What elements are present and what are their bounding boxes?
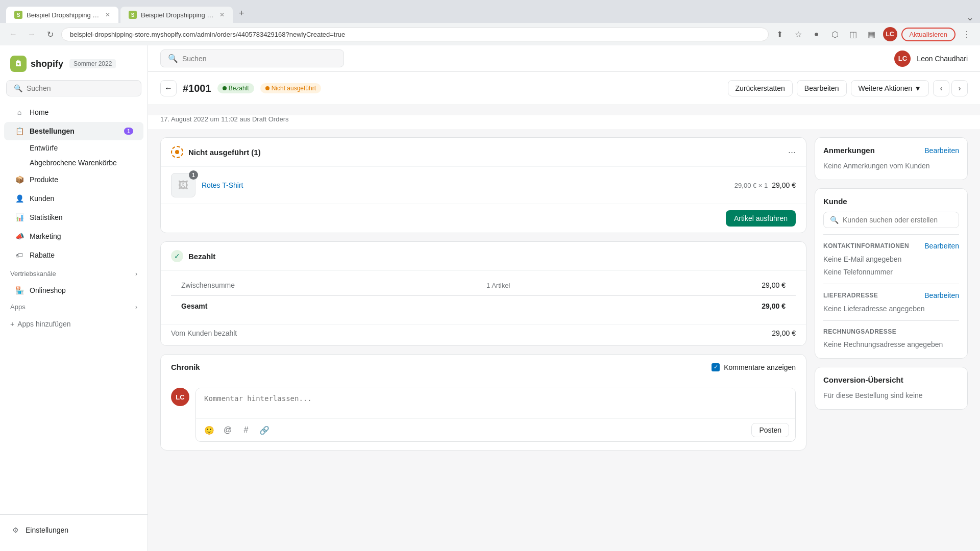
back-button[interactable]: ← [160, 80, 177, 96]
mention-icon[interactable]: @ [220, 423, 235, 437]
search-input[interactable] [27, 84, 134, 92]
sidebar-footer: ⚙ Einstellungen [0, 514, 148, 545]
fulfill-button[interactable]: Artikel ausführen [726, 210, 796, 227]
billing-empty-text: Keine Rechnungsadresse angegeben [823, 339, 959, 350]
discounts-icon: 🏷 [14, 250, 24, 260]
new-tab-button[interactable]: + [235, 4, 249, 23]
sidebar-item-online-shop[interactable]: 🏪 Onlineshop [4, 281, 143, 299]
reload-button[interactable]: ↻ [43, 27, 57, 41]
customer-card: Kunde 🔍 KONTAKTINFORMATIONEN Bearbeiten … [815, 188, 968, 359]
page-header: ← #1001 Bezahlt Nicht ausgeführt Zurücke… [148, 72, 980, 105]
vertriebskanaele-label: Vertriebskanäle [10, 270, 56, 278]
hashtag-icon[interactable]: # [239, 423, 253, 437]
sidebar-item-customers[interactable]: 👤 Kunden [4, 189, 143, 208]
fulfillment-more-icon[interactable]: ··· [788, 147, 796, 158]
sidebar-item-abandoned[interactable]: Abgebrochene Warenkörbe [4, 156, 143, 170]
opera-icon[interactable]: ● [810, 27, 824, 41]
search-icon: 🔍 [14, 84, 22, 92]
customer-search-box[interactable]: 🔍 [823, 212, 959, 228]
notes-title: Anmerkungen [823, 146, 875, 155]
subtotal-value: 29,00 € [762, 281, 786, 289]
customer-paid-row: Vom Kunden bezahlt 29,00 € [161, 324, 806, 345]
sidebar-item-stats[interactable]: 📊 Statistiken [4, 208, 143, 227]
vertriebskanaele-section[interactable]: Vertriebskanäle › [0, 267, 148, 281]
notes-card-header: Anmerkungen Bearbeiten [823, 146, 959, 155]
main-search-bar[interactable]: 🔍 [160, 49, 344, 67]
fulfillment-card-footer: Artikel ausführen [161, 204, 806, 233]
browser-tab-active[interactable]: S Beispiel Dropshipping Store · B... ✕ [6, 7, 118, 23]
customer-search-input[interactable] [843, 216, 952, 224]
edit-button[interactable]: Bearbeiten [797, 80, 847, 96]
total-value: 29,00 € [762, 302, 786, 310]
chronik-checkbox[interactable]: ✓ [712, 363, 720, 371]
tab-close-2[interactable]: ✕ [219, 11, 225, 18]
browser-tab-2[interactable]: S Beispiel Dropshipping Store ✕ [120, 7, 233, 23]
user-name: Leon Chaudhari [917, 55, 968, 63]
total-label: Gesamt [181, 302, 207, 310]
apps-section-header[interactable]: Apps › [0, 300, 148, 314]
sidebar-icon[interactable]: ▦ [865, 27, 879, 41]
product-price-area: 29,00 € × 1 29,00 € [734, 181, 796, 189]
sidebar-item-orders[interactable]: 📋 Bestellungen 1 [4, 122, 143, 140]
screenshot-icon[interactable]: ◫ [846, 27, 861, 41]
emoji-icon[interactable]: 🙂 [202, 423, 216, 437]
content-grid: Nicht ausgeführt (1) ··· 🖼 1 Rotes T-Shi… [148, 129, 980, 467]
product-row: 🖼 1 Rotes T-Shirt 29,00 € × 1 29,00 € [161, 167, 806, 204]
sidebar-item-home[interactable]: ⌂ Home [4, 103, 143, 121]
notes-edit-link[interactable]: Bearbeiten [924, 146, 959, 155]
add-apps-button[interactable]: + Apps hinzufügen [10, 318, 137, 330]
tab-list-end[interactable]: ⌄ [966, 12, 974, 23]
chronik-header: Chronik ✓ Kommentare anzeigen [161, 355, 806, 380]
link-icon[interactable]: 🔗 [257, 423, 272, 437]
sidebar-search-bar[interactable]: 🔍 [6, 80, 141, 96]
product-img-icon: 🖼 [178, 180, 188, 191]
prev-order-button[interactable]: ‹ [933, 80, 949, 96]
shipping-edit-link[interactable]: Bearbeiten [924, 291, 959, 299]
forward-nav-button[interactable]: → [24, 27, 39, 41]
sidebar-item-products[interactable]: 📦 Produkte [4, 170, 143, 189]
refund-button[interactable]: Zurückerstatten [728, 80, 793, 96]
sidebar-item-discounts[interactable]: 🏷 Rabatte [4, 246, 143, 264]
update-button[interactable]: Aktualisieren [901, 28, 955, 41]
product-name[interactable]: Rotes T-Shirt [202, 181, 243, 189]
customer-card-header: Kunde [823, 197, 959, 206]
browser-tabs: S Beispiel Dropshipping Store · B... ✕ S… [6, 4, 974, 23]
profile-icon[interactable]: LC [883, 27, 897, 41]
comment-textarea[interactable] [196, 388, 795, 417]
contact-section-header: KONTAKTINFORMATIONEN Bearbeiten [823, 242, 959, 250]
unfulfilled-status-dot [265, 86, 270, 90]
payment-card-header: ✓ Bezahlt [161, 242, 806, 271]
sidebar-item-drafts[interactable]: Entwürfe [4, 141, 143, 155]
sidebar-search-area: 🔍 [0, 80, 148, 101]
divider-1 [823, 234, 959, 235]
share-icon[interactable]: ⬆ [773, 27, 787, 41]
more-browser-icon[interactable]: ⋮ [960, 27, 974, 41]
main-search-input[interactable] [182, 55, 336, 63]
subtotal-items: 1 Artikel [486, 282, 510, 289]
post-comment-button[interactable]: Posten [751, 423, 789, 437]
apps-chevron: › [135, 304, 137, 311]
sidebar-item-settings[interactable]: ⚙ Einstellungen [4, 521, 143, 539]
sidebar-label-stats: Statistiken [30, 213, 63, 221]
more-actions-button[interactable]: Weitere Aktionen ▼ [851, 80, 929, 96]
contact-edit-link[interactable]: Bearbeiten [924, 242, 959, 250]
extensions-icon[interactable]: ⬡ [828, 27, 842, 41]
subtotal-label: Zwischensumme [181, 281, 235, 289]
add-apps-plus-icon: + [10, 320, 14, 328]
back-nav-button[interactable]: ← [6, 27, 20, 41]
next-order-button[interactable]: › [951, 80, 968, 96]
main-nav: ⌂ Home 📋 Bestellungen 1 Entwürfe Abgebro… [0, 103, 148, 265]
products-icon: 📦 [14, 174, 24, 185]
notes-card: Anmerkungen Bearbeiten Keine Anmerkungen… [815, 137, 968, 180]
sidebar-item-marketing[interactable]: 📣 Marketing [4, 227, 143, 245]
bookmark-icon[interactable]: ☆ [791, 27, 805, 41]
address-bar[interactable]: beispiel-dropshipping-store.myshopify.co… [61, 28, 769, 41]
shopify-logo: shopify Sommer 2022 [10, 56, 116, 72]
browser-toolbar: ← → ↻ beispiel-dropshipping-store.myshop… [0, 23, 980, 45]
subtotal-row: Zwischensumme 1 Artikel 29,00 € [171, 279, 796, 291]
order-number: #1001 [183, 83, 211, 94]
tab-label-2: Beispiel Dropshipping Store [141, 11, 215, 19]
tab-close-active[interactable]: ✕ [105, 11, 110, 18]
sidebar-label-home: Home [30, 108, 48, 116]
orders-icon: 📋 [14, 126, 24, 136]
